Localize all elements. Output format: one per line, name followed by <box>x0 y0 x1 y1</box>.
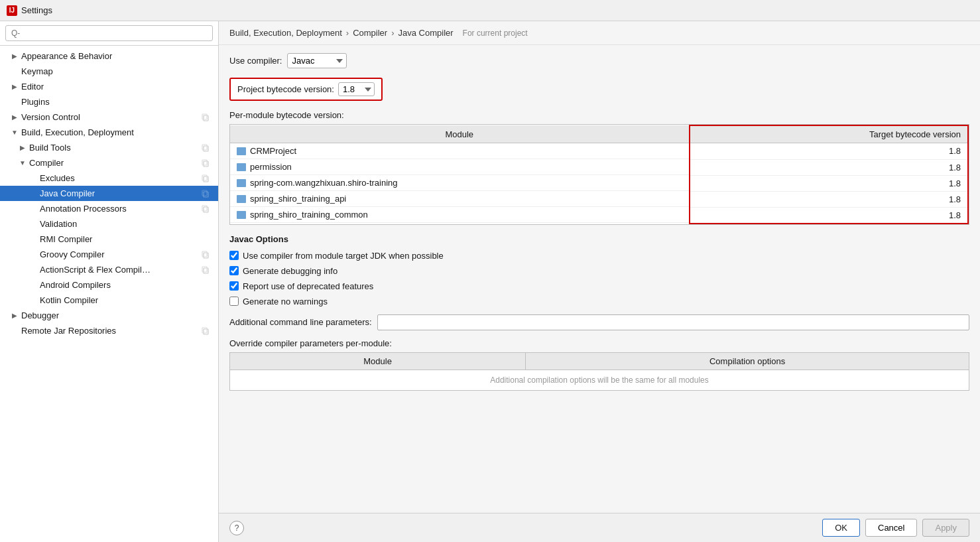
table-row: permission1.8 <box>230 159 968 175</box>
checkbox-use-module-target-input[interactable] <box>229 251 239 260</box>
sidebar-item-label: Build Tools <box>29 143 198 153</box>
checkbox-generate-debug-input[interactable] <box>229 266 239 275</box>
panel-body: Use compiler: Javac Eclipse Ajc Project … <box>219 45 980 513</box>
svg-rect-17 <box>202 328 207 333</box>
right-panel: Build, Execution, Deployment › Compiler … <box>219 21 980 542</box>
sidebar-item-label: Appearance & Behavior <box>21 51 210 61</box>
sidebar-item-label: Java Compiler <box>40 188 198 198</box>
sidebar-item-label: Keymap <box>21 66 210 76</box>
version-cell: 1.8 <box>690 143 969 160</box>
svg-rect-0 <box>204 115 208 121</box>
sidebar-item-label: Compiler <box>29 158 198 168</box>
sidebar-item-java-compiler[interactable]: Java Compiler <box>0 186 218 201</box>
modules-table: Module Target bytecode version CRMProjec… <box>230 125 969 224</box>
sidebar-item-label: Groovy Compiler <box>40 249 198 259</box>
cmd-params-input[interactable] <box>377 314 969 330</box>
target-version-col-header: Target bytecode version <box>690 125 969 143</box>
override-label: Override compiler parameters per-module: <box>229 338 969 348</box>
sidebar-item-label: ActionScript & Flex Compil… <box>40 265 198 275</box>
search-input[interactable] <box>5 25 213 41</box>
sidebar-item-remote-jar[interactable]: Remote Jar Repositories <box>0 323 218 338</box>
breadcrumb-separator: › <box>346 28 349 38</box>
per-module-label: Per-module bytecode version: <box>229 110 969 120</box>
copy-icon <box>201 250 210 259</box>
checkbox-use-module-target-label[interactable]: Use compiler from module target JDK when… <box>243 251 444 261</box>
svg-rect-15 <box>202 267 207 272</box>
svg-rect-6 <box>204 176 208 182</box>
breadcrumb-part-1: Build, Execution, Deployment <box>229 28 342 38</box>
bytecode-version-label: Project bytecode version: <box>237 84 334 94</box>
expand-icon: ▶ <box>11 113 19 121</box>
sidebar-item-validation[interactable]: Validation <box>0 216 218 232</box>
expand-icon: ▶ <box>11 83 19 91</box>
help-button[interactable]: ? <box>229 521 244 535</box>
sidebar-item-build-tools[interactable]: ▶ Build Tools <box>0 140 218 155</box>
ok-button[interactable]: OK <box>822 519 860 537</box>
table-row: CRMProject1.8 <box>230 143 968 160</box>
module-cell: permission <box>230 159 689 175</box>
module-cell: CRMProject <box>230 143 689 159</box>
breadcrumb-part-3: Java Compiler <box>398 28 454 38</box>
sidebar-item-excludes[interactable]: Excludes <box>0 170 218 186</box>
svg-rect-11 <box>202 206 207 211</box>
sidebar-item-compiler[interactable]: ▼ Compiler <box>0 155 218 170</box>
sidebar-item-plugins[interactable]: Plugins <box>0 94 218 109</box>
sidebar-item-label: Remote Jar Repositories <box>21 326 198 336</box>
javac-options-label: Javac Options <box>229 234 969 244</box>
breadcrumb: Build, Execution, Deployment › Compiler … <box>219 21 980 45</box>
cancel-button[interactable]: Cancel <box>865 519 917 537</box>
breadcrumb-part-2: Compiler <box>353 28 387 38</box>
sidebar-item-appearance[interactable]: ▶ Appearance & Behavior <box>0 48 218 64</box>
svg-rect-3 <box>202 145 207 150</box>
copy-icon <box>201 143 210 153</box>
override-table: Module Compilation options Additional co… <box>230 353 969 390</box>
checkbox-no-warnings-label[interactable]: Generate no warnings <box>243 297 328 306</box>
version-cell: 1.8 <box>690 207 969 224</box>
bytecode-version-select[interactable]: 1.6 1.7 1.8 1.9 11 <box>338 82 375 96</box>
sidebar-item-label: Build, Execution, Deployment <box>21 127 210 137</box>
sidebar-item-debugger[interactable]: ▶ Debugger <box>0 308 218 323</box>
checkbox-report-deprecated-label[interactable]: Report use of deprecated features <box>243 281 373 291</box>
svg-rect-10 <box>204 207 208 212</box>
checkbox-report-deprecated-input[interactable] <box>229 281 239 291</box>
module-cell: spring-com.wangzhixuan.shiro-training <box>230 175 689 191</box>
expand-icon <box>29 297 37 305</box>
folder-icon <box>237 147 246 155</box>
cmd-params-label: Additional command line parameters: <box>229 317 372 327</box>
copy-icon <box>201 174 210 183</box>
sidebar-item-groovy-compiler[interactable]: Groovy Compiler <box>0 247 218 262</box>
sidebar-item-keymap[interactable]: Keymap <box>0 64 218 79</box>
version-cell: 1.8 <box>690 175 969 191</box>
sidebar-item-actionscript[interactable]: ActionScript & Flex Compil… <box>0 262 218 277</box>
sidebar-item-rmi-compiler[interactable]: RMI Compiler <box>0 232 218 247</box>
module-name: spring_shiro_training_common <box>250 210 368 220</box>
override-empty-message: Additional compilation options will be t… <box>230 370 969 390</box>
sidebar-item-version-control[interactable]: ▶ Version Control <box>0 109 218 125</box>
sidebar-item-android-compilers[interactable]: Android Compilers <box>0 277 218 293</box>
sidebar-item-build-execution[interactable]: ▼ Build, Execution, Deployment <box>0 125 218 140</box>
checkbox-no-warnings-input[interactable] <box>229 297 239 306</box>
svg-rect-14 <box>204 268 208 273</box>
title-bar: IJ Settings <box>0 0 980 21</box>
modules-table-wrapper: Module Target bytecode version CRMProjec… <box>229 124 969 225</box>
svg-rect-9 <box>202 190 207 196</box>
title-bar-label: Settings <box>21 5 52 15</box>
compiler-select[interactable]: Javac Eclipse Ajc <box>287 53 347 68</box>
sidebar-item-editor[interactable]: ▶ Editor <box>0 79 218 94</box>
checkbox-generate-debug-label[interactable]: Generate debugging info <box>243 266 337 276</box>
table-row: spring-com.wangzhixuan.shiro-training1.8 <box>230 175 968 191</box>
app-icon: IJ <box>7 5 17 16</box>
folder-icon <box>237 195 246 203</box>
expand-icon: ▼ <box>11 129 19 137</box>
sidebar-item-label: Debugger <box>21 310 210 320</box>
table-row: spring_shiro_training_api1.8 <box>230 191 968 207</box>
apply-button[interactable]: Apply <box>922 519 969 537</box>
sidebar-item-annotation-processors[interactable]: Annotation Processors <box>0 201 218 216</box>
sidebar-item-kotlin-compiler[interactable]: Kotlin Compiler <box>0 293 218 308</box>
copy-icon <box>201 113 210 122</box>
checkbox-no-warnings: Generate no warnings <box>229 297 969 306</box>
sidebar-item-label: Version Control <box>21 112 198 122</box>
sidebar-item-label: Annotation Processors <box>40 204 198 214</box>
override-table-wrapper: Module Compilation options Additional co… <box>229 352 969 391</box>
version-cell: 1.8 <box>690 191 969 207</box>
